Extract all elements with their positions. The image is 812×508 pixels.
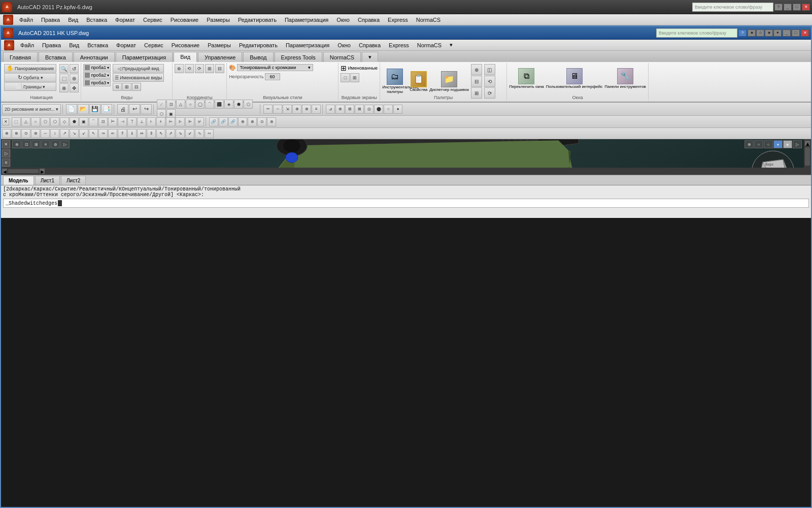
tab-model[interactable]: Модель — [3, 176, 34, 185]
outer-menu-insert[interactable]: Вставка — [82, 14, 111, 25]
small-btn12[interactable]: ⇐ — [108, 129, 117, 138]
outer-menu-norma[interactable]: NormaCS — [412, 14, 445, 25]
outer-menu-dimension[interactable]: Размеры — [202, 14, 234, 25]
view-tb1[interactable]: ⧉ — [113, 83, 122, 91]
modify-btn6[interactable]: ≡ — [312, 105, 321, 114]
inner-menu-file[interactable]: Файл — [16, 40, 38, 51]
obj-btn19[interactable]: ⊫ — [185, 117, 194, 126]
link-btn7[interactable]: ⊛ — [267, 117, 276, 126]
undo-btn[interactable]: ↩ — [129, 104, 140, 114]
snap-btn5[interactable]: ◎ — [364, 105, 374, 114]
inner-menu-express[interactable]: Express — [385, 40, 413, 51]
small-btn22[interactable]: ∾ — [205, 129, 214, 138]
open-file-btn[interactable]: 📂 — [78, 104, 89, 114]
outer-menu-edit[interactable]: Правка — [37, 14, 64, 25]
inner-search-box[interactable]: Введите ключевое слово/фразу — [656, 28, 737, 38]
viewport[interactable]: ⊕ ⊡ ⊞ ≡ ⊚ ▷ ⊕ ○ ○ ● ■ ▷ Ocho — [11, 139, 811, 168]
snap-btn7[interactable]: ○ — [384, 105, 393, 114]
opacity-value[interactable]: 60 — [265, 73, 280, 80]
modify-btn2[interactable]: ↔ — [273, 105, 282, 114]
left-sidebar-btn2[interactable]: ▷ — [2, 149, 10, 157]
named-views-btn[interactable]: ☰Именованные виды — [113, 73, 164, 82]
draw-btn7[interactable]: ⬛ — [215, 100, 224, 109]
navcube[interactable]: Верх Справа Спер. Без имени — [750, 149, 796, 168]
modify-btn4[interactable]: ⊕ — [292, 105, 301, 114]
small-btn19[interactable]: ⇘ — [176, 129, 185, 138]
save-as-btn[interactable]: 📑 — [101, 104, 112, 114]
small-btn4[interactable]: ⊛ — [31, 129, 40, 138]
snap-btn4[interactable]: ⊠ — [355, 105, 364, 114]
tab-annotations[interactable]: Аннотации — [74, 52, 115, 62]
inner-menu-view[interactable]: Вид — [65, 40, 83, 51]
zoom-window[interactable]: ⬚ — [59, 74, 69, 83]
snap-btn1[interactable]: ⊿ — [326, 105, 335, 114]
modify-btn3[interactable]: ⇲ — [283, 105, 292, 114]
draw-btn1[interactable]: ⟋ — [157, 100, 166, 109]
icons-btn3[interactable]: ★ — [765, 29, 773, 37]
obj-btn11[interactable]: ⊢ — [108, 117, 117, 126]
snap-btn2[interactable]: ⊕ — [335, 105, 345, 114]
obj-btn6[interactable]: ◇ — [60, 117, 69, 126]
view-tb2[interactable]: ⊞ — [122, 83, 131, 91]
switch-windows-btn[interactable]: ⧉ Переключить окна — [509, 68, 544, 89]
palette-tb5[interactable]: ⟲ — [484, 76, 495, 87]
vp-tb3[interactable]: ⊞ — [31, 140, 41, 148]
icons-btn2[interactable]: ☆ — [756, 29, 764, 37]
prev-view-btn[interactable]: ◁Предыдущий вид — [113, 64, 164, 73]
coord-btn1[interactable]: ⊕ — [175, 64, 184, 73]
small-btn18[interactable]: ⇗ — [166, 129, 175, 138]
obj-btn13[interactable]: ⊤ — [127, 117, 137, 126]
tab-sheet1[interactable]: Лист1 — [35, 176, 60, 185]
link-btn5[interactable]: ⊗ — [248, 117, 257, 126]
vp-tr6[interactable]: ▷ — [793, 140, 802, 148]
vp-tb4[interactable]: ≡ — [41, 140, 50, 148]
vp-tb2[interactable]: ⊡ — [22, 140, 31, 148]
orbit-btn[interactable]: ↻ Орбита ▾ — [4, 73, 56, 82]
pan2[interactable]: ✥ — [70, 83, 79, 92]
obj-btn12[interactable]: ⊣ — [118, 117, 127, 126]
palette-tb1[interactable]: ⊕ — [471, 64, 482, 75]
new-file-btn[interactable]: 📄 — [66, 104, 77, 114]
obj-btn14[interactable]: ⊥ — [137, 117, 146, 126]
inner-menu-format[interactable]: Формат — [112, 40, 140, 51]
draw-btn8[interactable]: ◈ — [224, 100, 233, 109]
close-btn-inner[interactable]: ✕ — [801, 29, 809, 37]
draw-btn3[interactable]: △ — [176, 100, 185, 109]
small-btn1[interactable]: ⊕ — [2, 129, 11, 138]
print-btn[interactable]: 🖨 — [117, 104, 128, 114]
small-btn20[interactable]: ⇙ — [185, 129, 194, 138]
link-btn2[interactable]: 🔗 — [219, 117, 228, 126]
obj-btn1[interactable]: ⬚ — [12, 117, 21, 126]
zoom-realtime[interactable]: 🔍 — [59, 64, 69, 73]
small-btn15[interactable]: ⇔ — [137, 129, 146, 138]
outer-menu-format[interactable]: Формат — [111, 14, 139, 25]
tab-normacs[interactable]: NormaCS — [323, 52, 361, 62]
small-btn14[interactable]: ⇓ — [127, 129, 137, 138]
vp-tr2[interactable]: ○ — [754, 140, 763, 148]
draw-btn4[interactable]: ○ — [186, 100, 195, 109]
tab-parameterization[interactable]: Параметризация — [116, 52, 173, 62]
small-btn5[interactable]: ↔ — [41, 129, 50, 138]
close-btn-outer[interactable]: ✕ — [802, 4, 810, 11]
small-btn6[interactable]: ↕ — [50, 129, 59, 138]
tab-main[interactable]: Главная — [3, 52, 38, 62]
zoom-dynamic[interactable]: ⊕ — [59, 83, 69, 92]
inner-menu-modify[interactable]: Редактировать — [235, 40, 282, 51]
draw-btn9[interactable]: ⬟ — [234, 100, 243, 109]
vp-btn1[interactable]: □ — [341, 73, 350, 82]
orbit2[interactable]: ↺ — [70, 64, 79, 73]
outer-search-box[interactable]: Введите ключевое слово/фразу — [692, 3, 773, 12]
obj-btn7[interactable]: ⬟ — [70, 117, 79, 126]
command-input-row[interactable]: _Shadedwitchedges — [3, 199, 809, 208]
coord-btn3[interactable]: ⟳ — [195, 64, 204, 73]
link-btn4[interactable]: ⊕ — [238, 117, 247, 126]
obj-btn4[interactable]: ⬠ — [41, 117, 50, 126]
modify-btn1[interactable]: ✂ — [263, 105, 273, 114]
left-sidebar-btn1[interactable]: ✕ — [2, 140, 10, 148]
small-btn9[interactable]: ↙ — [79, 129, 88, 138]
help-btn-inner[interactable]: ? — [738, 29, 747, 37]
obj-btn15[interactable]: ⊦ — [147, 117, 156, 126]
inner-menu-norma[interactable]: NormaCS — [413, 40, 446, 51]
small-btn8[interactable]: ↘ — [70, 129, 79, 138]
outer-menu-help[interactable]: Справка — [354, 14, 384, 25]
